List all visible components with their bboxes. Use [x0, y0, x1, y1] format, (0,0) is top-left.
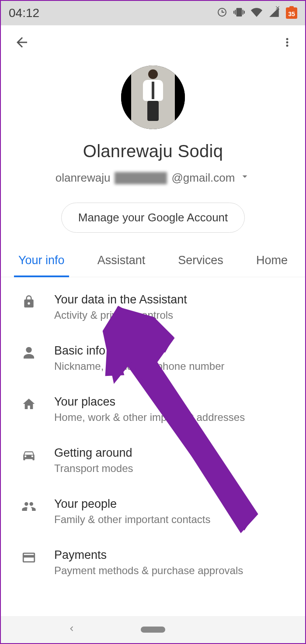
manage-account-button[interactable]: Manage your Google Account [61, 203, 245, 233]
car-icon [19, 446, 38, 463]
people-icon [19, 497, 38, 514]
profile-section: Olanrewaju Sodiq olanrewaju@gmail.com Ma… [1, 61, 305, 242]
item-subtitle: Payment methods & purchase approvals [54, 565, 243, 577]
system-nav-bar [1, 616, 305, 643]
status-bar: 04:12 35 [1, 1, 305, 25]
app-bar [1, 25, 305, 61]
item-title: Getting around [54, 446, 133, 460]
redacted-segment [115, 172, 167, 184]
email-prefix: olanrewaju [56, 171, 111, 185]
profile-name: Olanrewaju Sodiq [83, 141, 223, 161]
item-subtitle: Activity & privacy controls [54, 309, 187, 321]
more-icon[interactable] [281, 36, 294, 51]
item-subtitle: Transport modes [54, 462, 133, 475]
do-not-disturb-icon [217, 7, 227, 19]
list-item-your-people[interactable]: Your people Family & other important con… [1, 486, 305, 537]
settings-list: Your data in the Assistant Activity & pr… [1, 277, 305, 588]
account-selector[interactable]: olanrewaju@gmail.com [56, 171, 251, 185]
wifi-icon [251, 7, 262, 20]
list-item-getting-around[interactable]: Getting around Transport modes [1, 435, 305, 486]
status-icons: 35 [217, 7, 297, 20]
tabs: Your info Assistant Services Home [1, 242, 305, 277]
home-icon [19, 395, 38, 411]
lock-icon [19, 293, 38, 309]
avatar[interactable] [121, 65, 185, 129]
email-suffix: @gmail.com [171, 171, 235, 185]
list-item-payments[interactable]: Payments Payment methods & purchase appr… [1, 537, 305, 588]
list-item-your-data[interactable]: Your data in the Assistant Activity & pr… [1, 282, 305, 333]
item-title: Payments [54, 548, 243, 562]
vibrate-icon [233, 7, 245, 20]
item-subtitle: Nickname, birthday & phone number [54, 360, 225, 372]
status-time: 04:12 [9, 6, 39, 20]
nav-back-icon[interactable] [66, 624, 76, 635]
card-icon [19, 548, 38, 565]
item-title: Your people [54, 497, 210, 511]
item-subtitle: Home, work & other important addresses [54, 411, 245, 424]
person-icon [19, 344, 38, 360]
item-subtitle: Family & other important contacts [54, 513, 210, 526]
battery-text: 35 [288, 10, 295, 17]
back-icon[interactable] [14, 34, 30, 52]
tab-home[interactable]: Home [256, 254, 288, 277]
signal-icon [268, 7, 280, 20]
item-title: Your places [54, 395, 245, 409]
tab-assistant[interactable]: Assistant [97, 254, 146, 277]
nav-home-pill[interactable] [141, 627, 165, 633]
item-title: Basic info [54, 344, 225, 358]
item-title: Your data in the Assistant [54, 293, 187, 307]
chevron-down-icon [239, 171, 250, 185]
tab-your-info[interactable]: Your info [18, 254, 65, 277]
scroll-fade [1, 590, 305, 616]
screen: 04:12 35 Olanrewaju Sodiq olanrewaju@gma… [0, 0, 306, 644]
list-item-basic-info[interactable]: Basic info Nickname, birthday & phone nu… [1, 333, 305, 384]
tab-services[interactable]: Services [178, 254, 223, 277]
list-item-your-places[interactable]: Your places Home, work & other important… [1, 384, 305, 435]
battery-icon: 35 [286, 7, 297, 19]
